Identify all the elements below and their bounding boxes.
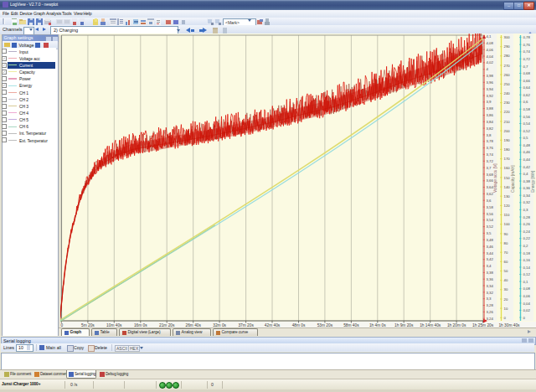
- svg-text:0,52: 0,52: [523, 129, 531, 133]
- svg-text:3,84: 3,84: [487, 120, 494, 124]
- svg-text:3,28: 3,28: [487, 303, 494, 307]
- svg-text:3,34: 3,34: [487, 284, 494, 288]
- svg-text:30: 30: [504, 287, 508, 291]
- svg-text:0,22: 0,22: [523, 236, 531, 240]
- svg-text:0,48: 0,48: [523, 143, 531, 147]
- svg-text:3,54: 3,54: [487, 218, 494, 222]
- svg-text:3,56: 3,56: [487, 212, 494, 216]
- svg-text:3,3: 3,3: [487, 297, 492, 301]
- svg-text:20: 20: [504, 297, 508, 302]
- svg-text:280: 280: [504, 54, 511, 58]
- svg-text:0,4: 0,4: [523, 172, 529, 176]
- svg-text:0,02: 0,02: [523, 308, 531, 312]
- svg-text:4,06: 4,06: [487, 48, 494, 52]
- svg-text:4,02: 4,02: [487, 60, 494, 64]
- svg-text:0,26: 0,26: [523, 222, 531, 226]
- svg-text:4,08: 4,08: [487, 41, 494, 45]
- svg-text:3,32: 3,32: [487, 291, 494, 295]
- svg-text:3,26: 3,26: [487, 310, 494, 314]
- svg-text:0,14: 0,14: [523, 266, 531, 270]
- svg-text:0,32: 0,32: [523, 200, 531, 204]
- svg-text:3,44: 3,44: [487, 251, 494, 255]
- svg-text:3,52: 3,52: [487, 224, 494, 229]
- svg-text:50: 50: [504, 269, 508, 273]
- svg-text:3,38: 3,38: [487, 271, 494, 275]
- svg-text:230: 230: [504, 101, 511, 105]
- svg-text:3,98: 3,98: [487, 74, 494, 78]
- svg-text:3,88: 3,88: [487, 106, 494, 111]
- svg-text:0,66: 0,66: [523, 79, 531, 83]
- svg-text:0,06: 0,06: [523, 294, 531, 298]
- svg-text:10: 10: [504, 307, 508, 311]
- svg-text:3,5: 3,5: [487, 231, 492, 235]
- svg-text:0,18: 0,18: [523, 251, 531, 255]
- svg-text:3,4: 3,4: [487, 264, 492, 268]
- svg-text:0,16: 0,16: [523, 258, 531, 262]
- svg-text:3,36: 3,36: [487, 277, 494, 281]
- svg-text:200: 200: [504, 129, 511, 133]
- svg-text:140: 140: [504, 185, 511, 189]
- svg-text:0,54: 0,54: [523, 121, 531, 126]
- svg-text:0,76: 0,76: [523, 43, 531, 47]
- svg-text:3,78: 3,78: [487, 139, 494, 143]
- svg-text:250: 250: [504, 82, 511, 86]
- svg-text:240: 240: [504, 91, 511, 95]
- svg-text:0,64: 0,64: [523, 85, 531, 90]
- svg-text:0,56: 0,56: [523, 115, 531, 119]
- svg-text:150: 150: [504, 176, 511, 180]
- svg-text:3,92: 3,92: [487, 94, 494, 98]
- svg-text:60: 60: [504, 260, 508, 264]
- svg-text:3,82: 3,82: [487, 126, 494, 131]
- svg-text:0,1: 0,1: [523, 280, 529, 284]
- svg-text:0,28: 0,28: [523, 215, 531, 219]
- svg-text:3,7: 3,7: [487, 166, 492, 170]
- svg-text:0,62: 0,62: [523, 93, 531, 97]
- svg-text:270: 270: [504, 64, 511, 68]
- svg-text:90: 90: [504, 232, 508, 236]
- svg-text:120: 120: [504, 204, 511, 208]
- svg-text:3,6: 3,6: [487, 199, 492, 203]
- svg-text:Voltage accu [V]: Voltage accu [V]: [493, 163, 497, 193]
- svg-text:Capacity [mAh]: Capacity [mAh]: [511, 165, 515, 193]
- svg-text:0,38: 0,38: [523, 179, 531, 183]
- svg-text:0,46: 0,46: [523, 150, 531, 154]
- svg-text:260: 260: [504, 73, 511, 77]
- svg-text:3,48: 3,48: [487, 238, 494, 242]
- svg-text:0,04: 0,04: [523, 302, 531, 306]
- svg-text:3,42: 3,42: [487, 257, 494, 261]
- svg-text:0,24: 0,24: [523, 230, 531, 234]
- svg-text:3,76: 3,76: [487, 146, 494, 150]
- svg-text:80: 80: [504, 241, 508, 245]
- svg-text:0,72: 0,72: [523, 57, 531, 61]
- svg-text:130: 130: [504, 194, 511, 199]
- svg-text:0,74: 0,74: [523, 49, 531, 54]
- svg-text:190: 190: [504, 138, 511, 142]
- svg-text:70: 70: [504, 250, 508, 255]
- svg-text:3,72: 3,72: [487, 159, 494, 163]
- svg-text:0,68: 0,68: [523, 71, 531, 75]
- svg-text:210: 210: [504, 120, 511, 124]
- svg-text:0,42: 0,42: [523, 165, 531, 169]
- svg-text:0,5: 0,5: [523, 136, 529, 140]
- svg-text:220: 220: [504, 110, 511, 114]
- svg-text:0,78: 0,78: [523, 35, 531, 39]
- svg-text:160: 160: [504, 166, 511, 170]
- svg-text:170: 170: [504, 157, 511, 161]
- svg-text:0,3: 0,3: [523, 208, 529, 212]
- svg-text:0,2: 0,2: [523, 244, 529, 248]
- svg-text:0,12: 0,12: [523, 272, 531, 276]
- svg-text:0,6: 0,6: [523, 100, 529, 104]
- svg-text:0,36: 0,36: [523, 186, 531, 190]
- svg-text:3,94: 3,94: [487, 87, 494, 91]
- svg-text:3,86: 3,86: [487, 113, 494, 117]
- svg-text:0,34: 0,34: [523, 193, 531, 198]
- svg-text:290: 290: [504, 44, 511, 49]
- svg-text:3,96: 3,96: [487, 80, 494, 85]
- svg-text:3,74: 3,74: [487, 152, 494, 157]
- svg-text:0,7: 0,7: [523, 64, 529, 69]
- svg-text:3,9: 3,9: [487, 100, 492, 104]
- svg-text:3,46: 3,46: [487, 245, 494, 249]
- svg-text:0,58: 0,58: [523, 107, 531, 111]
- svg-text:Energy [Wh]: Energy [Wh]: [531, 171, 535, 193]
- svg-text:180: 180: [504, 147, 511, 152]
